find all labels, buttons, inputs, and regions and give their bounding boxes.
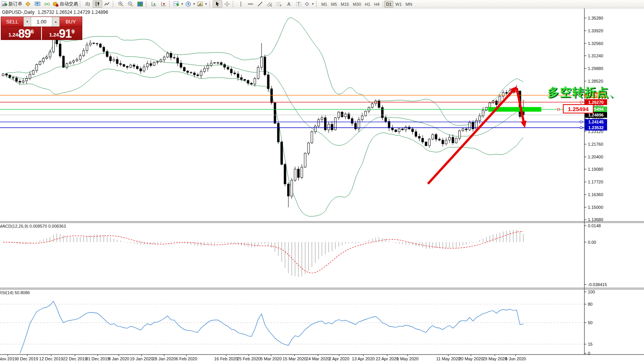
quotes-button[interactable]	[23, 0, 33, 8]
timeframe-button-M1[interactable]: M1	[320, 1, 329, 8]
market-watch-button[interactable]	[33, 0, 42, 8]
svg-text:19 Jan 2020: 19 Jan 2020	[130, 356, 153, 361]
svg-text:-0.038415: -0.038415	[588, 282, 607, 287]
timeframe-button-M30[interactable]: M30	[351, 1, 363, 8]
zoom-out-button[interactable]	[126, 0, 135, 8]
line-chart-icon	[104, 1, 110, 7]
templates-button[interactable]: ▼	[196, 0, 208, 8]
svg-text:15 Mar 2020: 15 Mar 2020	[283, 356, 306, 361]
volume-input[interactable]	[31, 17, 52, 27]
timeframe-button-H1[interactable]: H1	[363, 1, 372, 8]
trendline-tool[interactable]	[255, 0, 265, 8]
periods-icon	[185, 1, 191, 7]
svg-text:29 May 2020: 29 May 2020	[483, 356, 507, 361]
volume-decrease-button[interactable]: ▼	[23, 17, 31, 27]
horizontal-line-icon	[248, 1, 253, 7]
turning-point-annotation[interactable]: 多空转折点、	[547, 85, 621, 100]
pricebox-handle[interactable]	[557, 108, 559, 110]
line-chart-button[interactable]	[102, 0, 112, 8]
candlestick-chart-button[interactable]	[93, 0, 102, 8]
toolbar-separator	[383, 1, 383, 7]
symbol-period-label: GBPUSD-,Daily	[2, 10, 35, 15]
arrows-tool[interactable]: ▼	[303, 0, 315, 8]
timeframe-button-D1[interactable]: D1	[384, 1, 393, 8]
chart-shift-button[interactable]	[159, 0, 168, 8]
vertical-line-icon	[238, 1, 244, 7]
svg-text:0.00: 0.00	[588, 240, 596, 245]
sell-price-pip: 6	[31, 28, 34, 34]
timeframe-button-H4[interactable]: H4	[372, 1, 381, 8]
auto-scroll-button[interactable]	[149, 0, 159, 8]
svg-text:16 Feb 2020: 16 Feb 2020	[214, 356, 238, 361]
quotes-icon	[25, 1, 31, 7]
autotrading-button[interactable]: 自动交易	[52, 0, 79, 8]
svg-text:100: 100	[588, 290, 595, 294]
svg-text:1.23532: 1.23532	[588, 125, 604, 130]
label-icon: T	[296, 1, 301, 7]
crosshair-icon	[224, 1, 230, 7]
sell-button[interactable]: SELL	[1, 17, 23, 27]
buy-price[interactable]: 1.24 91 9	[42, 27, 82, 40]
line-handle[interactable]	[580, 101, 582, 103]
channel-tool[interactable]: E	[265, 0, 275, 8]
fibonacci-tool[interactable]: F	[275, 0, 284, 8]
chart-shift-icon	[161, 1, 166, 7]
line-handle[interactable]	[580, 121, 582, 123]
trendline-icon	[257, 1, 263, 7]
ohlc-values: 1.25732 1.26524 1.24729 1.24896	[38, 10, 108, 15]
svg-text:1.16360: 1.16360	[588, 192, 603, 197]
svg-text:1.21760: 1.21760	[588, 142, 603, 147]
channel-icon: E	[266, 1, 273, 7]
svg-text:25 Feb 2020: 25 Feb 2020	[237, 356, 261, 361]
rsi-label: RSI(14) 50.8086	[0, 290, 30, 295]
horizontal-line-tool[interactable]	[246, 0, 255, 8]
cursor-tool-button[interactable]	[213, 0, 222, 8]
svg-text:0.0148: 0.0148	[588, 223, 601, 228]
sell-price[interactable]: 1.24 89 6	[1, 27, 42, 40]
volume-increase-button[interactable]: ▲	[52, 17, 60, 27]
svg-text:24 Mar 2020: 24 Mar 2020	[306, 356, 330, 361]
buy-button[interactable]: BUY	[60, 17, 82, 27]
new-order-label: 新订单	[8, 1, 22, 7]
svg-text:E: E	[270, 4, 272, 7]
chevron-down-icon: ▼	[205, 2, 208, 6]
zoom-in-button[interactable]	[116, 0, 126, 8]
timeframe-button-W1[interactable]: W1	[393, 1, 404, 8]
svg-text:F: F	[280, 4, 281, 7]
spinner-up-icon: ▲	[54, 20, 57, 23]
time-axis[interactable]: Nov 20193 Dec 201912 Dec 201922 Dec 2019…	[0, 355, 644, 363]
one-click-trading-panel: SELL ▼ ▲ BUY 1.24 89 6 1.24 91 9	[1, 17, 82, 40]
candlestick-chart-icon	[95, 1, 100, 7]
svg-text:12 Dec 2019: 12 Dec 2019	[39, 356, 63, 361]
fibonacci-icon: F	[276, 1, 282, 7]
text-tool[interactable]: A	[284, 0, 294, 8]
svg-text:1.15000: 1.15000	[588, 205, 603, 210]
timeframe-button-MN[interactable]: MN	[404, 1, 414, 8]
timeframe-button-M15[interactable]: M15	[339, 1, 351, 8]
vertical-line-tool[interactable]	[236, 0, 246, 8]
toolbar-grip	[80, 1, 82, 7]
toolbar: 新订单 自动交易	[0, 0, 644, 8]
svg-text:1.26270: 1.26270	[588, 100, 604, 105]
toolbar-grip	[113, 1, 115, 7]
svg-text:1.17720: 1.17720	[588, 180, 603, 184]
sell-price-prefix: 1.24	[8, 32, 18, 37]
svg-text:11 May 2020: 11 May 2020	[436, 356, 461, 361]
svg-text:1.31240: 1.31240	[588, 53, 603, 58]
tile-windows-button[interactable]	[135, 0, 145, 8]
periods-button[interactable]: ▼	[185, 0, 196, 8]
line-handle[interactable]	[580, 127, 582, 129]
new-order-button[interactable]: 新订单	[1, 0, 23, 8]
label-tool[interactable]: T	[294, 0, 303, 8]
signals-button[interactable]	[42, 0, 52, 8]
support-price-box[interactable]: 1.25494	[563, 104, 594, 113]
auto-scroll-icon	[151, 1, 157, 7]
svg-text:22 Apr 2020: 22 Apr 2020	[376, 356, 398, 361]
bar-chart-button[interactable]	[83, 0, 93, 8]
new-order-icon	[2, 1, 7, 7]
price-axis[interactable]: 1.352801.339201.325601.312401.298801.285…	[584, 8, 644, 356]
crosshair-tool-button[interactable]	[222, 0, 232, 8]
mt4-terminal: { "toolbar": { "new_order_label": "新订单",…	[0, 0, 644, 363]
timeframe-button-M5[interactable]: M5	[329, 1, 339, 8]
indicators-button[interactable]: ▼	[173, 0, 185, 8]
